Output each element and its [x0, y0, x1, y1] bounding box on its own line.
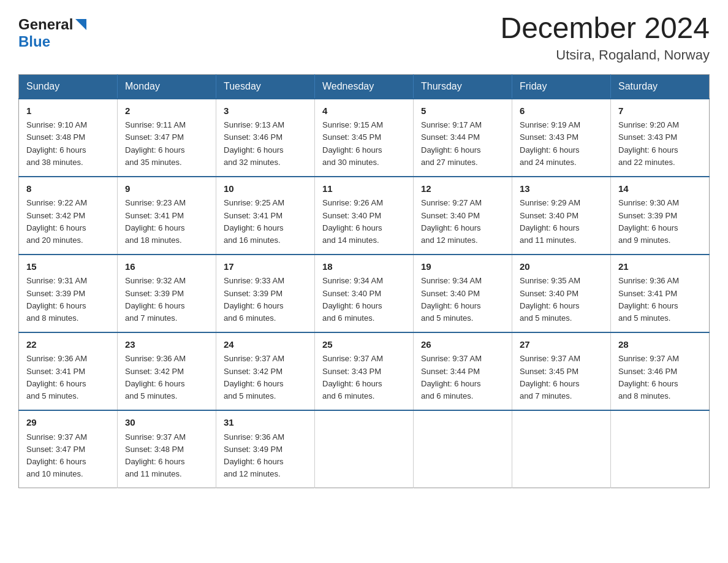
calendar-cell: 10Sunrise: 9:25 AMSunset: 3:41 PMDayligh…: [216, 177, 315, 255]
calendar-cell: 18Sunrise: 9:34 AMSunset: 3:40 PMDayligh…: [315, 255, 414, 332]
day-info: Sunrise: 9:15 AMSunset: 3:45 PMDaylight:…: [322, 119, 406, 169]
day-info: Sunrise: 9:37 AMSunset: 3:44 PMDaylight:…: [421, 353, 504, 402]
day-info: Sunrise: 9:37 AMSunset: 3:46 PMDaylight:…: [618, 353, 702, 402]
calendar-cell: [512, 410, 611, 488]
day-number: 31: [224, 416, 307, 430]
calendar-week-row: 15Sunrise: 9:31 AMSunset: 3:39 PMDayligh…: [19, 255, 710, 332]
day-info: Sunrise: 9:22 AMSunset: 3:42 PMDaylight:…: [26, 197, 110, 247]
day-number: 29: [26, 416, 110, 430]
calendar-cell: 1Sunrise: 9:10 AMSunset: 3:48 PMDaylight…: [19, 99, 118, 177]
day-number: 8: [26, 182, 110, 196]
day-number: 17: [224, 260, 307, 274]
day-number: 3: [224, 104, 307, 118]
day-number: 9: [125, 182, 208, 196]
day-number: 6: [520, 104, 603, 118]
day-header-wednesday: Wednesday: [315, 74, 414, 99]
day-number: 13: [520, 182, 603, 196]
calendar-cell: 27Sunrise: 9:37 AMSunset: 3:45 PMDayligh…: [512, 332, 611, 410]
calendar-cell: 22Sunrise: 9:36 AMSunset: 3:41 PMDayligh…: [19, 332, 118, 410]
day-info: Sunrise: 9:10 AMSunset: 3:48 PMDaylight:…: [26, 119, 110, 169]
day-number: 5: [421, 104, 504, 118]
day-header-tuesday: Tuesday: [216, 74, 315, 99]
day-number: 24: [224, 338, 307, 352]
day-number: 16: [125, 260, 208, 274]
location-title: Utsira, Rogaland, Norway: [500, 47, 710, 63]
day-number: 7: [618, 104, 702, 118]
day-info: Sunrise: 9:19 AMSunset: 3:43 PMDaylight:…: [520, 119, 603, 169]
day-number: 20: [520, 260, 603, 274]
day-number: 11: [322, 182, 406, 196]
calendar-cell: 31Sunrise: 9:36 AMSunset: 3:49 PMDayligh…: [216, 410, 315, 488]
logo-triangle-icon: [74, 18, 88, 31]
day-info: Sunrise: 9:37 AMSunset: 3:42 PMDaylight:…: [224, 353, 307, 402]
calendar-cell: 20Sunrise: 9:35 AMSunset: 3:40 PMDayligh…: [512, 255, 611, 332]
calendar-cell: 28Sunrise: 9:37 AMSunset: 3:46 PMDayligh…: [611, 332, 710, 410]
calendar-cell: [414, 410, 512, 488]
calendar-cell: 3Sunrise: 9:13 AMSunset: 3:46 PMDaylight…: [216, 99, 315, 177]
day-header-friday: Friday: [512, 74, 611, 99]
calendar-cell: 2Sunrise: 9:11 AMSunset: 3:47 PMDaylight…: [118, 99, 216, 177]
calendar-cell: 4Sunrise: 9:15 AMSunset: 3:45 PMDaylight…: [315, 99, 414, 177]
day-info: Sunrise: 9:25 AMSunset: 3:41 PMDaylight:…: [224, 197, 307, 247]
calendar-cell: 29Sunrise: 9:37 AMSunset: 3:47 PMDayligh…: [19, 410, 118, 488]
calendar-cell: 11Sunrise: 9:26 AMSunset: 3:40 PMDayligh…: [315, 177, 414, 255]
day-number: 25: [322, 338, 406, 352]
day-info: Sunrise: 9:37 AMSunset: 3:48 PMDaylight:…: [125, 431, 208, 481]
day-info: Sunrise: 9:36 AMSunset: 3:42 PMDaylight:…: [125, 353, 208, 402]
calendar-cell: [315, 410, 414, 488]
day-header-sunday: Sunday: [19, 74, 118, 99]
day-info: Sunrise: 9:37 AMSunset: 3:45 PMDaylight:…: [520, 353, 603, 402]
day-number: 21: [618, 260, 702, 274]
logo-blue: Blue: [18, 33, 50, 50]
calendar-cell: [611, 410, 710, 488]
day-info: Sunrise: 9:37 AMSunset: 3:43 PMDaylight:…: [322, 353, 406, 402]
day-info: Sunrise: 9:36 AMSunset: 3:49 PMDaylight:…: [224, 431, 307, 481]
day-info: Sunrise: 9:20 AMSunset: 3:43 PMDaylight:…: [618, 119, 702, 169]
calendar-cell: 15Sunrise: 9:31 AMSunset: 3:39 PMDayligh…: [19, 255, 118, 332]
day-info: Sunrise: 9:11 AMSunset: 3:47 PMDaylight:…: [125, 119, 208, 169]
calendar-cell: 9Sunrise: 9:23 AMSunset: 3:41 PMDaylight…: [118, 177, 216, 255]
day-info: Sunrise: 9:13 AMSunset: 3:46 PMDaylight:…: [224, 119, 307, 169]
day-info: Sunrise: 9:33 AMSunset: 3:39 PMDaylight:…: [224, 275, 307, 324]
calendar-cell: 21Sunrise: 9:36 AMSunset: 3:41 PMDayligh…: [611, 255, 710, 332]
calendar-cell: 17Sunrise: 9:33 AMSunset: 3:39 PMDayligh…: [216, 255, 315, 332]
day-number: 22: [26, 338, 110, 352]
day-number: 23: [125, 338, 208, 352]
calendar-cell: 16Sunrise: 9:32 AMSunset: 3:39 PMDayligh…: [118, 255, 216, 332]
day-info: Sunrise: 9:30 AMSunset: 3:39 PMDaylight:…: [618, 197, 702, 247]
day-info: Sunrise: 9:26 AMSunset: 3:40 PMDaylight:…: [322, 197, 406, 247]
day-number: 4: [322, 104, 406, 118]
calendar-cell: 13Sunrise: 9:29 AMSunset: 3:40 PMDayligh…: [512, 177, 611, 255]
day-number: 14: [618, 182, 702, 196]
calendar-cell: 14Sunrise: 9:30 AMSunset: 3:39 PMDayligh…: [611, 177, 710, 255]
day-info: Sunrise: 9:34 AMSunset: 3:40 PMDaylight:…: [421, 275, 504, 324]
day-number: 28: [618, 338, 702, 352]
svg-marker-0: [75, 19, 86, 30]
day-info: Sunrise: 9:31 AMSunset: 3:39 PMDaylight:…: [26, 275, 110, 324]
calendar-cell: 5Sunrise: 9:17 AMSunset: 3:44 PMDaylight…: [414, 99, 512, 177]
day-header-saturday: Saturday: [611, 74, 710, 99]
day-header-monday: Monday: [118, 74, 216, 99]
calendar-cell: 25Sunrise: 9:37 AMSunset: 3:43 PMDayligh…: [315, 332, 414, 410]
calendar-cell: 7Sunrise: 9:20 AMSunset: 3:43 PMDaylight…: [611, 99, 710, 177]
day-info: Sunrise: 9:23 AMSunset: 3:41 PMDaylight:…: [125, 197, 208, 247]
day-number: 30: [125, 416, 208, 430]
day-number: 12: [421, 182, 504, 196]
day-info: Sunrise: 9:36 AMSunset: 3:41 PMDaylight:…: [618, 275, 702, 324]
day-header-thursday: Thursday: [414, 74, 512, 99]
calendar-week-row: 22Sunrise: 9:36 AMSunset: 3:41 PMDayligh…: [19, 332, 710, 410]
calendar-cell: 26Sunrise: 9:37 AMSunset: 3:44 PMDayligh…: [414, 332, 512, 410]
calendar-cell: 8Sunrise: 9:22 AMSunset: 3:42 PMDaylight…: [19, 177, 118, 255]
calendar-week-row: 1Sunrise: 9:10 AMSunset: 3:48 PMDaylight…: [19, 99, 710, 177]
calendar-header-row: SundayMondayTuesdayWednesdayThursdayFrid…: [19, 74, 710, 99]
day-info: Sunrise: 9:29 AMSunset: 3:40 PMDaylight:…: [520, 197, 603, 247]
month-title: December 2024: [500, 12, 710, 45]
day-info: Sunrise: 9:32 AMSunset: 3:39 PMDaylight:…: [125, 275, 208, 324]
page-header: General Blue December 2024 Utsira, Rogal…: [18, 12, 710, 63]
day-number: 1: [26, 104, 110, 118]
calendar-cell: 23Sunrise: 9:36 AMSunset: 3:42 PMDayligh…: [118, 332, 216, 410]
day-info: Sunrise: 9:27 AMSunset: 3:40 PMDaylight:…: [421, 197, 504, 247]
calendar-week-row: 29Sunrise: 9:37 AMSunset: 3:47 PMDayligh…: [19, 410, 710, 488]
day-number: 18: [322, 260, 406, 274]
day-number: 27: [520, 338, 603, 352]
